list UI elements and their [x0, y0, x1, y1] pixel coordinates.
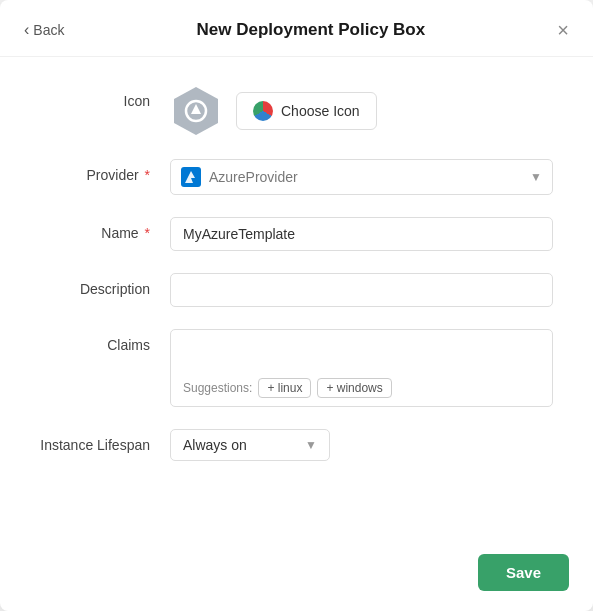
modal-title: New Deployment Policy Box — [197, 20, 426, 40]
back-label: Back — [33, 22, 64, 38]
suggestions-row: Suggestions: + linux + windows — [183, 378, 540, 398]
claims-container: Suggestions: + linux + windows — [170, 329, 553, 407]
hex-icon — [170, 85, 222, 137]
close-icon: × — [557, 19, 569, 41]
lifespan-label: Instance Lifespan — [40, 429, 170, 453]
description-label: Description — [40, 273, 170, 297]
provider-value: AzureProvider — [209, 169, 298, 185]
provider-row: Provider * AzureProvider ▼ — [40, 159, 553, 195]
claims-row: Claims Suggestions: + linux + windows — [40, 329, 553, 407]
name-row: Name * — [40, 217, 553, 251]
name-control — [170, 217, 553, 251]
lifespan-dropdown-arrow-icon: ▼ — [305, 438, 317, 452]
choose-icon-label: Choose Icon — [281, 103, 360, 119]
description-input[interactable] — [170, 273, 553, 307]
icon-label: Icon — [40, 85, 170, 109]
azure-icon — [181, 167, 201, 187]
provider-control: AzureProvider ▼ — [170, 159, 553, 195]
name-required-star: * — [141, 225, 150, 241]
color-circle-icon — [253, 101, 273, 121]
lifespan-control: Always on ▼ — [170, 429, 553, 461]
lifespan-select[interactable]: Always on ▼ — [170, 429, 330, 461]
suggestions-label: Suggestions: — [183, 381, 252, 395]
lifespan-value: Always on — [183, 437, 247, 453]
back-arrow-icon: ‹ — [24, 21, 29, 39]
icon-row: Icon Choose Icon — [40, 85, 553, 137]
name-input[interactable] — [170, 217, 553, 251]
modal-header: ‹ Back New Deployment Policy Box × — [0, 0, 593, 57]
claims-label: Claims — [40, 329, 170, 353]
save-button[interactable]: Save — [478, 554, 569, 591]
icon-preview — [170, 85, 222, 137]
provider-label: Provider * — [40, 159, 170, 183]
description-control — [170, 273, 553, 307]
modal-container: ‹ Back New Deployment Policy Box × Icon — [0, 0, 593, 611]
claims-control: Suggestions: + linux + windows — [170, 329, 553, 407]
provider-select[interactable]: AzureProvider ▼ — [170, 159, 553, 195]
claims-input[interactable] — [183, 338, 540, 370]
lifespan-row: Instance Lifespan Always on ▼ — [40, 429, 553, 461]
choose-icon-button[interactable]: Choose Icon — [236, 92, 377, 130]
modal-footer: Save — [0, 538, 593, 611]
suggestion-windows-chip[interactable]: + windows — [317, 378, 391, 398]
icon-section: Choose Icon — [170, 85, 553, 137]
close-button[interactable]: × — [557, 20, 569, 40]
provider-left: AzureProvider — [181, 167, 298, 187]
modal-body: Icon Choose Icon — [0, 57, 593, 538]
suggestion-linux-chip[interactable]: + linux — [258, 378, 311, 398]
icon-control: Choose Icon — [170, 85, 553, 137]
back-button[interactable]: ‹ Back — [24, 21, 64, 39]
provider-required-star: * — [141, 167, 150, 183]
name-label: Name * — [40, 217, 170, 241]
provider-dropdown-arrow-icon: ▼ — [530, 170, 542, 184]
description-row: Description — [40, 273, 553, 307]
